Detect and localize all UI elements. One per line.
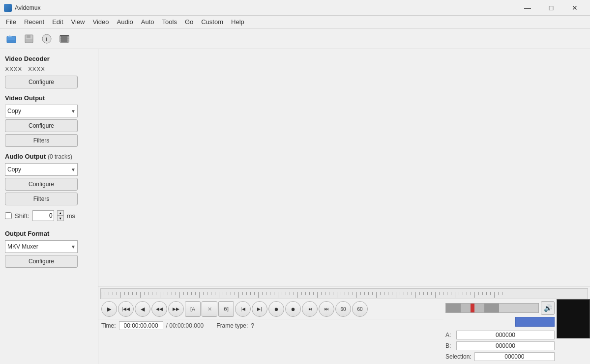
menu-bar: File Recent Edit View Video Audio Auto T…: [0, 16, 590, 28]
app-icon: [4, 4, 12, 12]
menu-tools[interactable]: Tools: [158, 17, 181, 27]
set-b-button[interactable]: B]: [218, 301, 234, 317]
audio-output-title-row: Audio Output (0 tracks): [5, 153, 94, 160]
audio-output-title: Audio Output: [5, 153, 46, 160]
film-button[interactable]: [56, 30, 73, 47]
shift-label: Shift:: [15, 212, 30, 220]
selection-value: 000000: [474, 352, 555, 361]
output-format-dropdown-container: MKV Muxer MP4 Muxer AVI Muxer TS Muxer ▼: [5, 240, 78, 253]
main-content: Video Decoder XXXX XXXX Configure Video …: [0, 49, 590, 364]
svg-rect-4: [27, 35, 30, 38]
audio-output-dropdown-container: Copy AAC (faac) MP3 (lame) AC3 ▼: [5, 163, 78, 176]
audio-output-dropdown[interactable]: Copy AAC (faac) MP3 (lame) AC3: [5, 163, 78, 176]
prev-keyframe-button[interactable]: |◀◀: [118, 301, 134, 317]
marker-button[interactable]: ⏺: [268, 301, 284, 317]
save-button[interactable]: [21, 30, 37, 47]
vol-seg-1: [446, 304, 461, 312]
go-start-button[interactable]: ⏮: [302, 301, 318, 317]
vol-seg-red: [471, 304, 474, 312]
set-a-button[interactable]: [A: [185, 301, 201, 317]
play-button[interactable]: ▶: [101, 301, 117, 317]
shift-input[interactable]: [32, 210, 54, 221]
fast-forward-button[interactable]: ▶▶: [168, 301, 184, 317]
menu-recent[interactable]: Recent: [20, 17, 48, 27]
video-output-dropdown[interactable]: Copy MPEG-4 AVC (x264) MPEG-4 ASP (Xvid4…: [5, 105, 78, 117]
audio-output-subtitle: (0 tracks): [48, 153, 72, 160]
close-button[interactable]: ✕: [563, 0, 586, 16]
rewind-button[interactable]: ◀: [135, 301, 150, 317]
video-output-title: Video Output: [5, 94, 94, 102]
window-controls: — □ ✕: [516, 0, 586, 16]
output-format-dropdown[interactable]: MKV Muxer MP4 Muxer AVI Muxer TS Muxer: [5, 240, 78, 253]
marker2-button[interactable]: ⏺: [285, 301, 301, 317]
video-decoder-configure-button[interactable]: Configure: [5, 76, 78, 88]
audio-output-configure-button[interactable]: Configure: [5, 178, 78, 191]
svg-rect-9: [60, 36, 61, 38]
clear-button[interactable]: ✕: [202, 301, 217, 317]
fps-60a-button[interactable]: 60: [335, 301, 351, 317]
output-format-title: Output Format: [5, 230, 94, 237]
menu-custom[interactable]: Custom: [197, 17, 227, 27]
fps-60a-label: 60: [340, 307, 346, 312]
audio-output-filters-button[interactable]: Filters: [5, 193, 78, 205]
volume-button[interactable]: 🔊: [541, 301, 555, 315]
title-bar-left: Avidemux: [4, 4, 40, 12]
fps-60b-label: 60: [357, 307, 362, 312]
menu-audio[interactable]: Audio: [113, 17, 137, 27]
video-decoder-title: Video Decoder: [5, 55, 94, 62]
right-area: ▶ |◀◀ ◀ ◀◀ ▶▶ [A ✕ B]: [98, 49, 590, 364]
right-side-panel: 🔊 A: 000000 B: 000000 Selection:: [443, 299, 557, 364]
volume-bar: [445, 303, 539, 313]
shift-up-button[interactable]: ▲: [57, 210, 64, 216]
timeline-row: [98, 286, 590, 299]
info-icon: i: [41, 33, 52, 44]
vol-seg-4: [484, 304, 499, 312]
b-marker-row: B: 000000: [445, 340, 555, 351]
menu-go[interactable]: Go: [181, 17, 197, 27]
svg-rect-14: [67, 40, 69, 42]
volume-row: 🔊: [445, 301, 555, 315]
shift-down-button[interactable]: ▼: [57, 216, 64, 221]
menu-auto[interactable]: Auto: [137, 17, 158, 27]
info-button[interactable]: i: [38, 30, 55, 47]
prev-frame-button[interactable]: |◀: [235, 301, 251, 317]
go-end-button[interactable]: ⏭: [319, 301, 334, 317]
open-button[interactable]: [3, 30, 20, 47]
menu-edit[interactable]: Edit: [48, 17, 67, 27]
shift-checkbox[interactable]: [5, 212, 12, 219]
decoder-value1: XXXX: [5, 65, 22, 73]
svg-text:i: i: [46, 36, 47, 43]
menu-file[interactable]: File: [2, 17, 20, 27]
title-bar: Avidemux — □ ✕: [0, 0, 590, 16]
svg-rect-10: [60, 38, 61, 40]
menu-help[interactable]: Help: [227, 17, 248, 27]
timeline-track[interactable]: [100, 288, 588, 299]
video-output-configure-button[interactable]: Configure: [5, 119, 78, 132]
output-format-configure-button[interactable]: Configure: [5, 255, 78, 268]
selection-row: Selection: 000000: [445, 351, 555, 362]
timeline-container: [100, 288, 588, 299]
fps-60b-button[interactable]: 60: [352, 301, 368, 317]
current-time-value: 00:00:00.000: [119, 321, 163, 330]
time-bar: Time: 00:00:00.000 / 00:00:00.000 Frame …: [98, 319, 443, 332]
fast-rewind-button[interactable]: ◀◀: [151, 301, 167, 317]
b-value: 000000: [456, 341, 555, 350]
bottom-area: ▶ |◀◀ ◀ ◀◀ ▶▶ [A ✕ B]: [98, 286, 590, 364]
svg-rect-5: [26, 39, 32, 42]
a-value: 000000: [456, 331, 555, 339]
svg-rect-15: [62, 36, 67, 42]
svg-rect-13: [67, 38, 69, 40]
a-label: A:: [445, 332, 453, 338]
svg-rect-11: [60, 40, 61, 42]
selection-label: Selection:: [445, 353, 472, 360]
shift-spinner: ▲ ▼: [57, 210, 64, 221]
maximize-button[interactable]: □: [540, 0, 562, 16]
film-icon: [59, 33, 70, 44]
next-frame-button[interactable]: ▶|: [252, 301, 267, 317]
minimize-button[interactable]: —: [516, 0, 539, 16]
time-divider: / 00:00:00.000: [166, 322, 204, 329]
menu-view[interactable]: View: [67, 17, 89, 27]
time-label: Time:: [101, 322, 116, 329]
menu-video[interactable]: Video: [89, 17, 113, 27]
video-output-filters-button[interactable]: Filters: [5, 134, 78, 147]
